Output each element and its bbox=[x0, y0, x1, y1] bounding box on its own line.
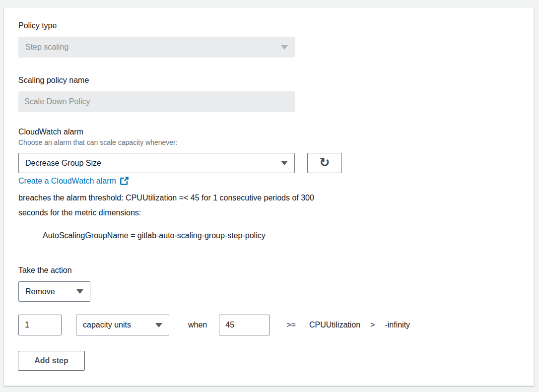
metric-name-label: CPUUtilization bbox=[309, 321, 360, 329]
when-label: when bbox=[188, 321, 207, 329]
alarm-metric-dimension: AutoScalingGroupName = gitlab-auto-scali… bbox=[43, 228, 266, 243]
cloudwatch-alarm-select[interactable]: Decrease Group Size bbox=[18, 153, 295, 173]
scaling-policy-panel: Policy type Step scaling Scaling policy … bbox=[3, 7, 534, 386]
alarm-breach-line-1: breaches the alarm threshold: CPUUtiliza… bbox=[18, 191, 405, 205]
policy-name-input bbox=[18, 91, 295, 112]
cloudwatch-alarm-selected-value: Decrease Group Size bbox=[25, 159, 281, 168]
policy-type-select: Step scaling bbox=[18, 37, 295, 58]
step-unit-select[interactable]: capacity units bbox=[76, 315, 169, 335]
lower-bound-label: -infinity bbox=[385, 321, 410, 329]
create-cloudwatch-alarm-link-text[interactable]: Create a CloudWatch alarm bbox=[18, 177, 116, 186]
step-unit-selected-value: capacity units bbox=[83, 321, 155, 329]
upper-operator-label: >= bbox=[286, 321, 296, 329]
step-threshold-input[interactable] bbox=[219, 315, 270, 335]
action-type-selected-value: Remove bbox=[25, 287, 76, 296]
caret-down-icon bbox=[281, 45, 288, 50]
step-amount-input[interactable] bbox=[18, 315, 62, 335]
step-adjustment-row: capacity units when >= CPUUtilization > … bbox=[18, 315, 410, 335]
caret-down-icon bbox=[155, 323, 162, 327]
take-action-label: Take the action bbox=[18, 265, 72, 275]
lower-operator-label: > bbox=[370, 321, 375, 329]
cloudwatch-alarm-label: CloudWatch alarm bbox=[18, 127, 83, 137]
policy-name-label: Scaling policy name bbox=[18, 75, 89, 85]
alarm-breach-description: breaches the alarm threshold: CPUUtiliza… bbox=[18, 191, 405, 220]
caret-down-icon bbox=[76, 289, 83, 294]
create-cloudwatch-alarm-link[interactable]: Create a CloudWatch alarm bbox=[18, 176, 129, 186]
cloudwatch-alarm-description: Choose an alarm that can scale capacity … bbox=[18, 138, 178, 147]
caret-down-icon bbox=[281, 161, 288, 165]
policy-type-label: Policy type bbox=[18, 21, 57, 31]
refresh-alarms-button[interactable]: ↻ bbox=[307, 153, 342, 173]
external-link-icon bbox=[120, 176, 129, 186]
action-type-select[interactable]: Remove bbox=[18, 281, 90, 302]
add-step-button[interactable]: Add step bbox=[18, 351, 85, 371]
alarm-breach-line-2: seconds for the metric dimensions: bbox=[18, 205, 405, 220]
refresh-icon: ↻ bbox=[320, 156, 330, 169]
policy-type-value: Step scaling bbox=[25, 43, 281, 52]
